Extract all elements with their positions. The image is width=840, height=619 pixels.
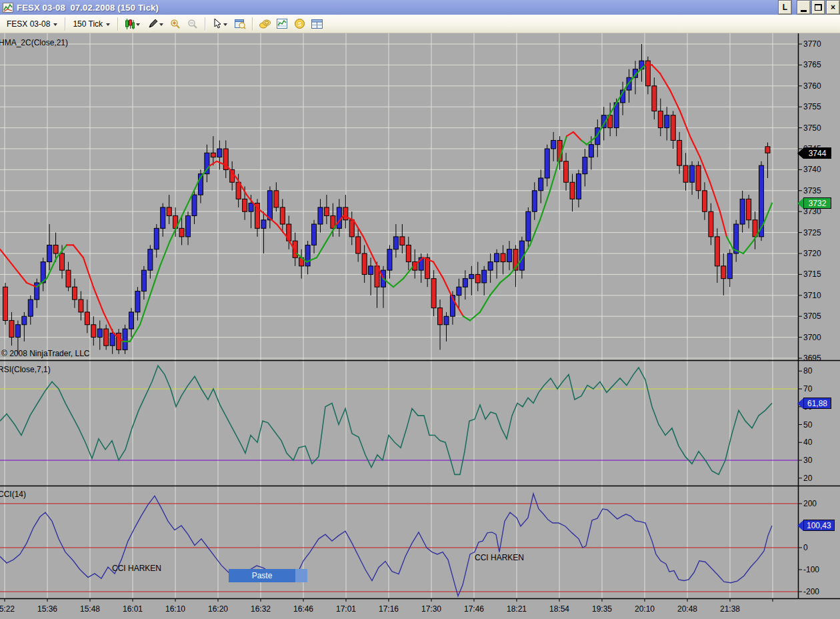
minimize-icon — [801, 10, 807, 12]
mini-chart-icon — [277, 19, 287, 29]
svg-text:3740: 3740 — [803, 165, 821, 174]
interval-selector[interactable]: 150 Tick — [70, 18, 113, 30]
svg-text:21:38: 21:38 — [720, 604, 740, 614]
toolbar-separator — [65, 17, 65, 31]
svg-text:3720: 3720 — [803, 249, 821, 258]
main-toolbar: FESX 03-08 150 Tick — [0, 15, 840, 33]
svg-text:3705: 3705 — [803, 312, 821, 321]
toolbar-separator — [117, 17, 118, 31]
window-magnifier-icon — [235, 19, 246, 29]
hma-value: 3732 — [803, 197, 831, 209]
svg-text:3725: 3725 — [803, 228, 821, 237]
cursor-icon — [213, 19, 222, 29]
window-title: FESX 03-08 07.02.2008 (150 Tick) — [17, 3, 159, 13]
instrument-label: FESX 03-08 — [7, 19, 50, 29]
svg-text:18:21: 18:21 — [507, 604, 527, 614]
svg-text:50: 50 — [803, 420, 813, 430]
drawing-tool-button[interactable] — [145, 17, 165, 31]
svg-text:S: S — [297, 21, 301, 27]
svg-text:3760: 3760 — [803, 81, 821, 91]
svg-text:16:20: 16:20 — [208, 604, 228, 614]
svg-text:16:46: 16:46 — [293, 604, 313, 614]
copyright-label: © 2008 NinjaTrader, LLC — [1, 349, 89, 358]
tag-arrow-icon — [797, 148, 803, 159]
chevron-down-icon — [106, 23, 110, 26]
zoom-in-icon — [170, 19, 181, 29]
toolbar-separator — [252, 17, 253, 31]
main-indicator-label: HMA_2C(Close,21) — [0, 38, 68, 47]
zoom-in-button[interactable] — [168, 17, 183, 31]
grid-view-button[interactable] — [309, 17, 324, 31]
svg-text:80: 80 — [803, 366, 813, 376]
new-chart-button[interactable] — [275, 17, 289, 31]
svg-text:20:48: 20:48 — [677, 604, 697, 614]
zoom-out-button[interactable] — [185, 17, 200, 31]
svg-text:0: 0 — [803, 543, 808, 552]
paste-menu-item[interactable]: Paste — [229, 569, 295, 582]
svg-text:15:36: 15:36 — [37, 604, 57, 614]
tag-arrow-icon — [797, 520, 803, 531]
chevron-down-icon — [223, 23, 227, 26]
rsi-indicator-label: RSI(Close,7,1) — [0, 365, 51, 374]
rsi-value: 61,88 — [803, 398, 831, 409]
svg-text:15:22: 15:22 — [0, 604, 15, 614]
svg-text:3695: 3695 — [803, 354, 821, 363]
last-price-value: 3744 — [803, 147, 831, 159]
chart-style-button[interactable] — [123, 17, 143, 31]
coins-icon — [259, 19, 271, 29]
svg-text:17:01: 17:01 — [336, 604, 356, 614]
paste-menu-item-edge — [295, 569, 307, 582]
svg-text:3715: 3715 — [803, 269, 821, 279]
svg-text:3710: 3710 — [803, 291, 821, 300]
svg-text:3770: 3770 — [803, 39, 821, 49]
zoom-out-icon — [187, 19, 198, 29]
svg-text:20:10: 20:10 — [635, 604, 655, 614]
close-button[interactable]: × — [827, 1, 839, 14]
svg-text:16:01: 16:01 — [123, 604, 143, 614]
data-box-button[interactable] — [233, 17, 247, 31]
cci-value-tag: 100,43 — [797, 520, 835, 531]
link-button[interactable]: L — [779, 1, 791, 14]
cci-value: 100,43 — [803, 520, 835, 531]
candlestick-icon — [125, 19, 135, 29]
ninjatrader-chart-window: FESX 03-08 07.02.2008 (150 Tick) L × FES… — [0, 0, 840, 619]
svg-text:70: 70 — [803, 384, 813, 394]
svg-text:200: 200 — [803, 499, 817, 508]
svg-text:3735: 3735 — [803, 186, 821, 195]
minimize-button[interactable] — [797, 1, 810, 14]
svg-text:16:10: 16:10 — [165, 604, 185, 614]
svg-text:17:46: 17:46 — [464, 604, 484, 614]
svg-text:3700: 3700 — [803, 333, 821, 342]
tag-arrow-icon — [797, 398, 803, 409]
restore-icon — [815, 4, 822, 11]
tag-arrow-icon — [797, 198, 803, 209]
cci-harken-annotation: CCI HARKEN — [475, 553, 524, 562]
cursor-tool-button[interactable] — [210, 17, 230, 31]
svg-text:30: 30 — [803, 456, 813, 465]
interval-label: 150 Tick — [73, 19, 103, 29]
svg-text:3750: 3750 — [803, 123, 821, 133]
svg-text:17:16: 17:16 — [379, 604, 399, 614]
last-price-tag: 3744 — [797, 147, 831, 159]
title-bar[interactable]: FESX 03-08 07.02.2008 (150 Tick) L × — [0, 0, 840, 15]
pen-icon — [147, 19, 158, 29]
dollar-button[interactable]: S — [292, 17, 307, 31]
cci-indicator-label: CCI(14) — [0, 490, 26, 499]
hma-value-tag: 3732 — [797, 197, 831, 209]
svg-text:18:54: 18:54 — [549, 604, 569, 614]
svg-text:15:48: 15:48 — [80, 604, 100, 614]
chart-canvas[interactable]: 3770376537603755375037453740373537303725… — [0, 33, 840, 619]
account-button[interactable] — [257, 17, 272, 31]
svg-text:16:32: 16:32 — [251, 604, 271, 614]
svg-text:-200: -200 — [803, 587, 819, 596]
rsi-value-tag: 61,88 — [797, 398, 831, 409]
restore-button[interactable] — [812, 1, 825, 14]
svg-text:40: 40 — [803, 438, 813, 447]
chevron-down-icon — [159, 23, 163, 26]
table-grid-icon — [311, 19, 323, 29]
cci-harken-annotation: CCI HARKEN — [112, 564, 161, 573]
chevron-down-icon — [136, 23, 140, 26]
svg-text:20: 20 — [803, 474, 813, 483]
svg-text:-100: -100 — [803, 565, 819, 574]
instrument-selector[interactable]: FESX 03-08 — [4, 18, 60, 30]
